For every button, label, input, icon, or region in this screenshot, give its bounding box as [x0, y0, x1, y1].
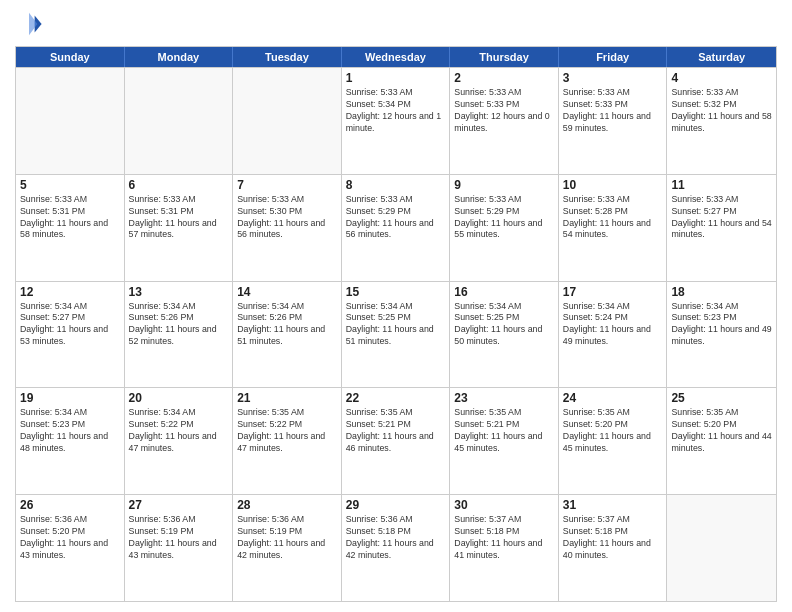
day-number: 19 — [20, 391, 120, 405]
svg-marker-1 — [29, 13, 37, 35]
calendar: SundayMondayTuesdayWednesdayThursdayFrid… — [15, 46, 777, 602]
day-number: 21 — [237, 391, 337, 405]
day-cell-6: 6Sunrise: 5:33 AM Sunset: 5:31 PM Daylig… — [125, 175, 234, 281]
day-number: 9 — [454, 178, 554, 192]
day-info: Sunrise: 5:33 AM Sunset: 5:29 PM Dayligh… — [454, 194, 554, 242]
day-cell-15: 15Sunrise: 5:34 AM Sunset: 5:25 PM Dayli… — [342, 282, 451, 388]
weekday-header-friday: Friday — [559, 47, 668, 67]
day-cell-23: 23Sunrise: 5:35 AM Sunset: 5:21 PM Dayli… — [450, 388, 559, 494]
day-info: Sunrise: 5:37 AM Sunset: 5:18 PM Dayligh… — [454, 514, 554, 562]
empty-cell — [667, 495, 776, 601]
day-cell-26: 26Sunrise: 5:36 AM Sunset: 5:20 PM Dayli… — [16, 495, 125, 601]
day-cell-3: 3Sunrise: 5:33 AM Sunset: 5:33 PM Daylig… — [559, 68, 668, 174]
day-cell-2: 2Sunrise: 5:33 AM Sunset: 5:33 PM Daylig… — [450, 68, 559, 174]
day-number: 23 — [454, 391, 554, 405]
day-info: Sunrise: 5:34 AM Sunset: 5:25 PM Dayligh… — [454, 301, 554, 349]
day-info: Sunrise: 5:34 AM Sunset: 5:22 PM Dayligh… — [129, 407, 229, 455]
empty-cell — [16, 68, 125, 174]
day-info: Sunrise: 5:36 AM Sunset: 5:20 PM Dayligh… — [20, 514, 120, 562]
weekday-header-thursday: Thursday — [450, 47, 559, 67]
calendar-row-4: 26Sunrise: 5:36 AM Sunset: 5:20 PM Dayli… — [16, 494, 776, 601]
day-number: 26 — [20, 498, 120, 512]
day-info: Sunrise: 5:33 AM Sunset: 5:30 PM Dayligh… — [237, 194, 337, 242]
day-info: Sunrise: 5:33 AM Sunset: 5:32 PM Dayligh… — [671, 87, 772, 135]
day-cell-16: 16Sunrise: 5:34 AM Sunset: 5:25 PM Dayli… — [450, 282, 559, 388]
day-number: 1 — [346, 71, 446, 85]
day-info: Sunrise: 5:34 AM Sunset: 5:26 PM Dayligh… — [129, 301, 229, 349]
day-info: Sunrise: 5:34 AM Sunset: 5:23 PM Dayligh… — [671, 301, 772, 349]
weekday-header-tuesday: Tuesday — [233, 47, 342, 67]
day-cell-1: 1Sunrise: 5:33 AM Sunset: 5:34 PM Daylig… — [342, 68, 451, 174]
day-info: Sunrise: 5:33 AM Sunset: 5:31 PM Dayligh… — [20, 194, 120, 242]
day-number: 25 — [671, 391, 772, 405]
day-number: 28 — [237, 498, 337, 512]
day-cell-29: 29Sunrise: 5:36 AM Sunset: 5:18 PM Dayli… — [342, 495, 451, 601]
day-number: 10 — [563, 178, 663, 192]
day-info: Sunrise: 5:36 AM Sunset: 5:18 PM Dayligh… — [346, 514, 446, 562]
day-cell-7: 7Sunrise: 5:33 AM Sunset: 5:30 PM Daylig… — [233, 175, 342, 281]
day-info: Sunrise: 5:33 AM Sunset: 5:28 PM Dayligh… — [563, 194, 663, 242]
day-cell-21: 21Sunrise: 5:35 AM Sunset: 5:22 PM Dayli… — [233, 388, 342, 494]
day-number: 2 — [454, 71, 554, 85]
day-number: 16 — [454, 285, 554, 299]
day-number: 4 — [671, 71, 772, 85]
day-info: Sunrise: 5:34 AM Sunset: 5:26 PM Dayligh… — [237, 301, 337, 349]
day-cell-9: 9Sunrise: 5:33 AM Sunset: 5:29 PM Daylig… — [450, 175, 559, 281]
weekday-header-monday: Monday — [125, 47, 234, 67]
logo — [15, 10, 45, 38]
day-cell-14: 14Sunrise: 5:34 AM Sunset: 5:26 PM Dayli… — [233, 282, 342, 388]
day-cell-10: 10Sunrise: 5:33 AM Sunset: 5:28 PM Dayli… — [559, 175, 668, 281]
day-cell-25: 25Sunrise: 5:35 AM Sunset: 5:20 PM Dayli… — [667, 388, 776, 494]
day-info: Sunrise: 5:35 AM Sunset: 5:21 PM Dayligh… — [454, 407, 554, 455]
day-number: 3 — [563, 71, 663, 85]
day-info: Sunrise: 5:35 AM Sunset: 5:20 PM Dayligh… — [671, 407, 772, 455]
day-number: 20 — [129, 391, 229, 405]
day-info: Sunrise: 5:35 AM Sunset: 5:22 PM Dayligh… — [237, 407, 337, 455]
day-cell-18: 18Sunrise: 5:34 AM Sunset: 5:23 PM Dayli… — [667, 282, 776, 388]
page-header — [15, 10, 777, 38]
day-cell-28: 28Sunrise: 5:36 AM Sunset: 5:19 PM Dayli… — [233, 495, 342, 601]
day-cell-20: 20Sunrise: 5:34 AM Sunset: 5:22 PM Dayli… — [125, 388, 234, 494]
day-info: Sunrise: 5:34 AM Sunset: 5:23 PM Dayligh… — [20, 407, 120, 455]
day-info: Sunrise: 5:36 AM Sunset: 5:19 PM Dayligh… — [129, 514, 229, 562]
day-cell-11: 11Sunrise: 5:33 AM Sunset: 5:27 PM Dayli… — [667, 175, 776, 281]
day-cell-22: 22Sunrise: 5:35 AM Sunset: 5:21 PM Dayli… — [342, 388, 451, 494]
day-cell-30: 30Sunrise: 5:37 AM Sunset: 5:18 PM Dayli… — [450, 495, 559, 601]
day-number: 12 — [20, 285, 120, 299]
day-info: Sunrise: 5:33 AM Sunset: 5:31 PM Dayligh… — [129, 194, 229, 242]
day-number: 24 — [563, 391, 663, 405]
day-info: Sunrise: 5:37 AM Sunset: 5:18 PM Dayligh… — [563, 514, 663, 562]
day-number: 11 — [671, 178, 772, 192]
day-cell-4: 4Sunrise: 5:33 AM Sunset: 5:32 PM Daylig… — [667, 68, 776, 174]
day-cell-24: 24Sunrise: 5:35 AM Sunset: 5:20 PM Dayli… — [559, 388, 668, 494]
day-cell-8: 8Sunrise: 5:33 AM Sunset: 5:29 PM Daylig… — [342, 175, 451, 281]
day-number: 7 — [237, 178, 337, 192]
day-number: 27 — [129, 498, 229, 512]
calendar-row-0: 1Sunrise: 5:33 AM Sunset: 5:34 PM Daylig… — [16, 67, 776, 174]
day-cell-5: 5Sunrise: 5:33 AM Sunset: 5:31 PM Daylig… — [16, 175, 125, 281]
day-number: 30 — [454, 498, 554, 512]
day-number: 14 — [237, 285, 337, 299]
day-cell-27: 27Sunrise: 5:36 AM Sunset: 5:19 PM Dayli… — [125, 495, 234, 601]
day-number: 15 — [346, 285, 446, 299]
page-container: SundayMondayTuesdayWednesdayThursdayFrid… — [0, 0, 792, 612]
day-cell-19: 19Sunrise: 5:34 AM Sunset: 5:23 PM Dayli… — [16, 388, 125, 494]
day-info: Sunrise: 5:33 AM Sunset: 5:29 PM Dayligh… — [346, 194, 446, 242]
day-info: Sunrise: 5:36 AM Sunset: 5:19 PM Dayligh… — [237, 514, 337, 562]
day-cell-31: 31Sunrise: 5:37 AM Sunset: 5:18 PM Dayli… — [559, 495, 668, 601]
day-number: 29 — [346, 498, 446, 512]
weekday-header-wednesday: Wednesday — [342, 47, 451, 67]
day-number: 31 — [563, 498, 663, 512]
day-number: 18 — [671, 285, 772, 299]
empty-cell — [233, 68, 342, 174]
day-info: Sunrise: 5:35 AM Sunset: 5:20 PM Dayligh… — [563, 407, 663, 455]
calendar-row-3: 19Sunrise: 5:34 AM Sunset: 5:23 PM Dayli… — [16, 387, 776, 494]
day-cell-13: 13Sunrise: 5:34 AM Sunset: 5:26 PM Dayli… — [125, 282, 234, 388]
calendar-row-1: 5Sunrise: 5:33 AM Sunset: 5:31 PM Daylig… — [16, 174, 776, 281]
day-number: 5 — [20, 178, 120, 192]
day-number: 8 — [346, 178, 446, 192]
day-number: 13 — [129, 285, 229, 299]
day-info: Sunrise: 5:33 AM Sunset: 5:33 PM Dayligh… — [563, 87, 663, 135]
calendar-header: SundayMondayTuesdayWednesdayThursdayFrid… — [16, 47, 776, 67]
day-info: Sunrise: 5:34 AM Sunset: 5:24 PM Dayligh… — [563, 301, 663, 349]
